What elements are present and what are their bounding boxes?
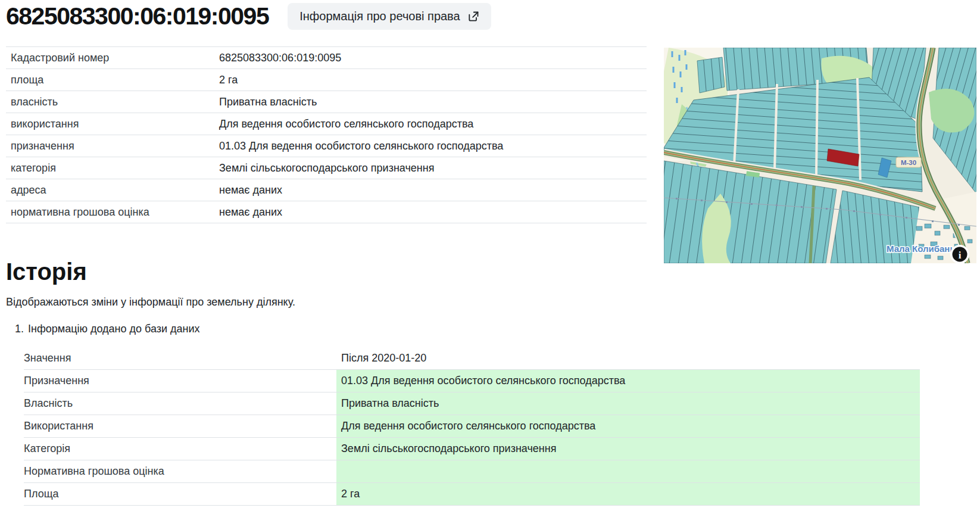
row-label: Власність (24, 392, 336, 415)
cadastral-map[interactable]: М-30 Мала Колибань i (664, 48, 976, 263)
row-value (336, 460, 920, 482)
village-label: Мала Колибань (887, 244, 956, 254)
table-row: Нормативна грошова оцінка (24, 460, 920, 483)
row-value: немає даних (219, 184, 647, 197)
row-value: Для ведення особистого селянського госпо… (336, 415, 920, 437)
table-row: Значення Після 2020-01-20 (24, 347, 920, 370)
row-value: Після 2020-01-20 (336, 347, 920, 369)
page-header: 6825083300:06:019:0095 Інформація про ре… (0, 0, 980, 30)
table-row: Власність Приватна власність (24, 392, 920, 415)
row-label: адреса (6, 184, 219, 197)
row-value: 6825083300:06:019:0095 (219, 52, 647, 64)
table-row: категорія Землі сільськогосподарського п… (6, 157, 647, 179)
property-rights-button-label: Інформація про речові права (299, 10, 460, 23)
row-label: призначення (6, 140, 219, 152)
row-label: Нормативна грошова оцінка (24, 460, 336, 482)
row-label: Кадастровий номер (6, 52, 219, 64)
road-ref-badge: М-30 (896, 157, 921, 167)
row-value: Для ведення особистого селянського госпо… (219, 118, 647, 130)
details-table: Кадастровий номер 6825083300:06:019:0095… (6, 46, 647, 223)
history-table: Значення Після 2020-01-20 Призначення 01… (24, 347, 920, 506)
svg-text:i: i (959, 250, 962, 261)
table-row: нормативна грошова оцінка немає даних (6, 201, 647, 223)
history-description: Відображаються зміни у інформації про зе… (6, 296, 980, 309)
history-entry-title: 1. Інформацію додано до бази даних (15, 323, 980, 335)
row-label: Категорія (24, 438, 336, 460)
map-parcel-block (697, 57, 725, 93)
history-entry-index: 1. (15, 323, 24, 335)
table-row: Призначення 01.03 Для ведення особистого… (24, 370, 920, 392)
row-label: Використання (24, 415, 336, 437)
row-value: Приватна власність (219, 96, 647, 108)
table-row: площа 2 га (6, 69, 647, 91)
table-row: адреса немає даних (6, 179, 647, 201)
row-value: 2 га (336, 483, 920, 505)
row-value: Землі сільськогосподарського призначення (336, 438, 920, 460)
row-value: Приватна власність (336, 392, 920, 415)
svg-text:М-30: М-30 (901, 159, 916, 166)
row-label: використання (6, 118, 219, 130)
property-rights-button[interactable]: Інформація про речові права (288, 3, 491, 30)
row-label: Значення (24, 347, 336, 369)
row-label: власність (6, 96, 219, 108)
external-link-icon (467, 11, 479, 23)
row-label: Площа (24, 483, 336, 505)
row-label: площа (6, 74, 219, 86)
row-label: Призначення (24, 370, 336, 392)
page-title: 6825083300:06:019:0095 (6, 3, 269, 30)
table-row: власність Приватна власність (6, 91, 647, 113)
row-label: нормативна грошова оцінка (6, 206, 219, 219)
table-row: Використання Для ведення особистого селя… (24, 415, 920, 438)
row-value: 2 га (219, 74, 647, 86)
history-entry-label: Інформацію додано до бази даних (28, 323, 200, 335)
table-row: призначення 01.03 Для ведення особистого… (6, 135, 647, 157)
row-value: 01.03 Для ведення особистого селянського… (219, 140, 647, 152)
table-row: Категорія Землі сільськогосподарського п… (24, 438, 920, 460)
row-value: 01.03 Для ведення особистого селянського… (336, 370, 920, 392)
row-value: Землі сільськогосподарського призначення (219, 162, 647, 175)
row-label: категорія (6, 162, 219, 175)
table-row: Площа 2 га (24, 483, 920, 506)
info-icon[interactable]: i (950, 245, 969, 263)
table-row: Кадастровий номер 6825083300:06:019:0095 (6, 47, 647, 69)
table-row: використання Для ведення особистого селя… (6, 113, 647, 135)
row-value: немає даних (219, 206, 647, 219)
